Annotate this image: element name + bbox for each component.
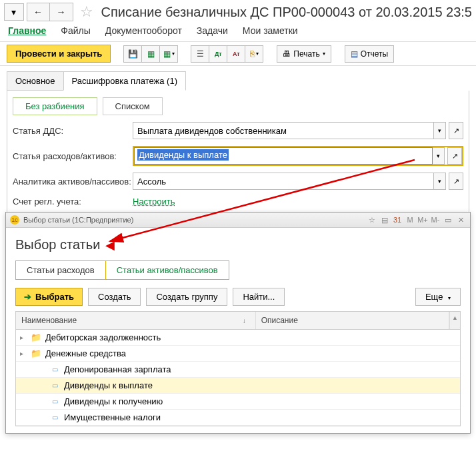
dialog-heading: Выбор статьи <box>15 237 100 252</box>
reports-button[interactable]: ▤ Отчеты <box>345 45 394 63</box>
link-dropdown[interactable]: ⎘▾ <box>245 45 263 63</box>
table-row[interactable]: ▭Дивиденды к выплате <box>16 378 460 394</box>
tab-detail[interactable]: Расшифровка платежа (1) <box>63 71 186 91</box>
expense-label: Статья расходов/активов: <box>13 151 133 161</box>
menu-notes[interactable]: Мои заметки <box>243 25 298 36</box>
folder-icon: 📁 <box>29 332 43 342</box>
menu-tasks[interactable]: Задачи <box>197 25 228 36</box>
select-button[interactable]: ➔ Выбрать <box>15 288 83 306</box>
dialog-wintitle: Выбор статьи (1С:Предприятие) <box>23 216 133 224</box>
post-and-close-button[interactable]: Провести и закрыть <box>7 45 111 63</box>
printer-icon: 🖶 <box>283 49 291 59</box>
dlg-cal-icon[interactable]: 31 <box>392 215 403 225</box>
more-button[interactable]: Еще ▾ <box>415 288 461 306</box>
nav-back-button[interactable]: ← <box>27 3 50 21</box>
tab-main[interactable]: Основное <box>7 71 64 91</box>
table-row[interactable]: ▭Дивиденды к получению <box>16 394 460 410</box>
dlg-mplus[interactable]: M+ <box>417 215 428 225</box>
list-button[interactable]: ☰ <box>191 45 209 63</box>
subtab-nosplit[interactable]: Без разбиения <box>13 97 97 115</box>
account-label: Счет регл. учета: <box>13 197 133 207</box>
dds-label: Статья ДДС: <box>13 126 133 136</box>
post-button[interactable]: ▦ <box>141 45 160 63</box>
menu-docflow[interactable]: Документооборот <box>105 25 182 36</box>
dlg-mminus[interactable]: M- <box>430 215 441 225</box>
nav-menu-button[interactable]: ▾ <box>4 3 24 21</box>
table-row[interactable]: ▭Депонированная зарплата <box>16 362 460 378</box>
item-icon: ▭ <box>48 414 61 421</box>
analytics-open[interactable]: ↗ <box>449 173 463 190</box>
analytics-dropdown[interactable]: ▾ <box>434 173 446 190</box>
item-icon: ▭ <box>48 382 61 389</box>
expense-open[interactable]: ↗ <box>447 147 462 165</box>
dds-dropdown[interactable]: ▾ <box>434 122 446 139</box>
col-name[interactable]: Наименование <box>21 316 77 325</box>
dlg-m[interactable]: M <box>405 215 415 225</box>
analytics-label: Аналитика активов/пассивов: <box>13 177 133 187</box>
articles-grid: Наименование ↓ Описание ▲ ▸📁Дебиторская … <box>15 311 461 426</box>
arrow-head-icon: ◀ <box>105 238 115 252</box>
select-article-dialog: 1c Выбор статьи (1С:Предприятие) ☆ ▤ 31 … <box>5 212 471 434</box>
expense-dropdown[interactable]: ▾ <box>433 147 445 165</box>
account-configure-link[interactable]: Настроить <box>133 197 175 207</box>
folder-icon: 📁 <box>29 348 43 358</box>
subtab-list[interactable]: Списком <box>103 97 163 115</box>
create-button[interactable]: Создать <box>88 288 141 306</box>
app-1c-icon: 1c <box>10 215 19 225</box>
analytics-input[interactable] <box>133 173 434 190</box>
save-button[interactable]: 💾 <box>123 45 142 63</box>
item-icon: ▭ <box>48 366 61 373</box>
nav-forward-button[interactable]: → <box>50 3 73 21</box>
table-row[interactable]: ▭Имущественные налоги <box>16 410 460 426</box>
dlg-calc-icon[interactable]: ▤ <box>379 215 390 225</box>
favorite-star-icon[interactable]: ☆ <box>80 3 93 21</box>
table-row[interactable]: ▸📁Денежные средства <box>16 346 460 362</box>
expense-input[interactable]: Дивиденды к выплате <box>134 147 433 165</box>
sort-down-icon[interactable]: ↓ <box>243 317 246 324</box>
item-icon: ▭ <box>48 398 61 405</box>
dlg-close-icon[interactable]: ✕ <box>455 215 466 225</box>
create-group-button[interactable]: Создать группу <box>146 288 227 306</box>
select-arrow-icon: ➔ <box>24 292 31 302</box>
report-icon: ▤ <box>351 49 358 59</box>
dlg-min-icon[interactable]: ▭ <box>443 215 453 225</box>
dds-open[interactable]: ↗ <box>449 122 463 139</box>
dlg-tab-expenses[interactable]: Статьи расходов <box>16 261 106 279</box>
action-dropdown[interactable]: ▦▾ <box>159 45 178 63</box>
menu-files[interactable]: Файлы <box>61 25 90 36</box>
dt-button[interactable]: Дт <box>209 45 227 63</box>
menu-main[interactable]: Главное <box>8 25 46 36</box>
kt-button[interactable]: Ат <box>227 45 245 63</box>
page-title: Списание безналичных ДС ПР00-000043 от 2… <box>101 5 472 20</box>
dlg-tab-assets[interactable]: Статьи активов/пассивов <box>106 261 229 279</box>
col-desc[interactable]: Описание <box>256 312 449 329</box>
find-button[interactable]: Найти... <box>233 288 285 306</box>
dds-input[interactable] <box>133 122 434 139</box>
print-button[interactable]: 🖶 Печать ▾ <box>277 45 331 63</box>
scroll-up[interactable]: ▲ <box>449 312 460 329</box>
dlg-fav-icon[interactable]: ☆ <box>367 215 377 225</box>
table-row[interactable]: ▸📁Дебиторская задолженность <box>16 330 460 346</box>
